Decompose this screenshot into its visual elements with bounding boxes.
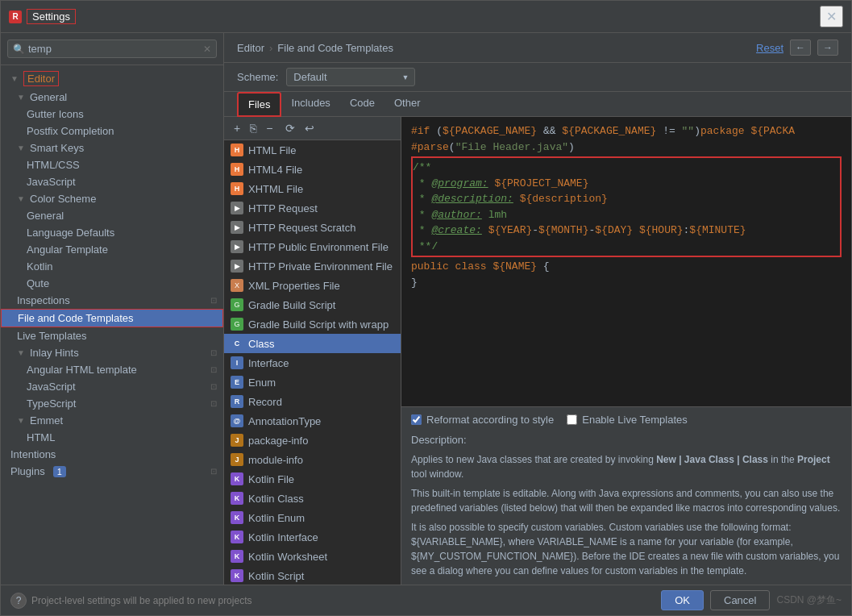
file-item-package-info[interactable]: J package-info — [224, 431, 401, 450]
sidebar-item-plugins[interactable]: Plugins 1 ⊡ — [1, 463, 223, 480]
expand-arrow: ▼ — [17, 194, 25, 203]
desc-bold-project: Project — [797, 454, 830, 465]
main-content: 🔍 ✕ ▼ Editor ▼ General Gutter Icons — [1, 33, 851, 585]
file-item-html4-file[interactable]: H HTML4 File — [224, 160, 401, 179]
enable-live-templates-label[interactable]: Enable Live Templates — [567, 414, 688, 426]
search-input-wrapper[interactable]: 🔍 ✕ — [7, 40, 217, 58]
description-text3: It is also possible to specify custom va… — [411, 520, 842, 578]
sidebar-item-qute[interactable]: Qute — [1, 275, 223, 292]
file-item-label: HTTP Request Scratch — [248, 222, 355, 234]
breadcrumb-editor: Editor — [237, 42, 264, 54]
remove-template-button[interactable]: − — [263, 120, 276, 136]
description-text: Applies to new Java classes that are cre… — [411, 452, 842, 481]
add-template-button[interactable]: + — [231, 120, 243, 136]
highlighted-code-block: /** * @program: ${PROJECT_NAME} * @descr… — [411, 156, 842, 257]
expand-arrow: ▼ — [17, 348, 25, 357]
clear-search-button[interactable]: ✕ — [203, 44, 211, 55]
file-item-html-file[interactable]: H HTML File — [224, 140, 401, 160]
tab-other[interactable]: Other — [384, 92, 430, 116]
forward-button[interactable]: → — [817, 40, 838, 56]
kotlin-enum-icon: K — [231, 511, 243, 524]
sidebar-item-inspections[interactable]: Inspections ⊡ — [1, 292, 223, 309]
file-item-http-public-env[interactable]: ▶ HTTP Public Environment File — [224, 237, 401, 256]
file-item-class[interactable]: C Class — [224, 334, 401, 353]
file-item-kotlin-interface[interactable]: K Kotlin Interface — [224, 527, 401, 547]
sidebar-item-kotlin[interactable]: Kotlin — [1, 258, 223, 275]
file-item-http-private-env[interactable]: ▶ HTTP Private Environment File — [224, 256, 401, 276]
file-item-kotlin-enum[interactable]: K Kotlin Enum — [224, 508, 401, 527]
search-icon: 🔍 — [13, 44, 25, 55]
sidebar-item-language-defaults[interactable]: Language Defaults — [1, 224, 223, 241]
reset-button[interactable]: Reset — [756, 42, 783, 54]
sidebar-item-typescript[interactable]: TypeScript ⊡ — [1, 395, 223, 412]
sidebar-item-inlay-hints[interactable]: ▼ Inlay Hints ⊡ — [1, 344, 223, 361]
close-button[interactable]: ✕ — [820, 6, 843, 27]
enable-live-templates-text: Enable Live Templates — [582, 414, 688, 426]
sidebar-item-angular-html-template[interactable]: Angular HTML template ⊡ — [1, 361, 223, 378]
sidebar-item-live-templates[interactable]: Live Templates — [1, 327, 223, 344]
file-item-kotlin-file[interactable]: K Kotlin File — [224, 469, 401, 489]
code-line-1: #if (${PACKAGE_NAME} && ${PACKAGE_NAME} … — [411, 123, 842, 139]
file-item-enum[interactable]: E Enum — [224, 373, 401, 392]
help-button[interactable]: ? — [10, 593, 27, 609]
http-private-icon: ▶ — [231, 260, 243, 273]
file-item-kotlin-script[interactable]: K Kotlin Script — [224, 566, 401, 585]
scheme-select[interactable]: Default — [286, 68, 415, 86]
search-input[interactable] — [28, 43, 203, 55]
sidebar-item-javascript[interactable]: JavaScript — [1, 173, 223, 190]
cancel-button[interactable]: Cancel — [710, 590, 770, 610]
enable-live-templates-checkbox[interactable] — [567, 414, 577, 425]
sidebar-item-general[interactable]: ▼ General — [1, 89, 223, 106]
description-section: Description: Applies to new Java classes… — [401, 432, 851, 585]
sidebar-item-general2[interactable]: General — [1, 207, 223, 224]
file-item-label: HTML4 File — [248, 164, 302, 176]
file-item-label: module-info — [248, 454, 303, 466]
file-item-record[interactable]: R Record — [224, 392, 401, 411]
tab-includes[interactable]: Includes — [281, 92, 339, 116]
file-item-http-request-scratch[interactable]: ▶ HTTP Request Scratch — [224, 218, 401, 237]
ok-button[interactable]: OK — [661, 590, 704, 610]
sidebar-item-color-scheme[interactable]: ▼ Color Scheme — [1, 190, 223, 207]
undo-template-button[interactable]: ↩ — [301, 120, 318, 136]
file-item-label: Kotlin Enum — [248, 512, 305, 524]
sidebar-item-html[interactable]: HTML — [1, 429, 223, 446]
sidebar-item-angular-template[interactable]: Angular Template — [1, 241, 223, 258]
annotation-icon: @ — [231, 414, 243, 427]
reset-template-button[interactable]: ⟳ — [282, 120, 298, 136]
sidebar-item-emmet[interactable]: ▼ Emmet — [1, 412, 223, 429]
file-item-label: Interface — [248, 357, 289, 369]
file-item-gradle-build[interactable]: G Gradle Build Script — [224, 295, 401, 314]
sidebar-item-editor[interactable]: ▼ Editor — [1, 69, 223, 89]
code-editor-area: #if (${PACKAGE_NAME} && ${PACKAGE_NAME} … — [401, 117, 851, 585]
sidebar-item-gutter-icons[interactable]: Gutter Icons — [1, 106, 223, 123]
file-item-interface[interactable]: I Interface — [224, 353, 401, 373]
file-item-xhtml-file[interactable]: H XHTML File — [224, 179, 401, 198]
sidebar-item-postfix-completion[interactable]: Postfix Completion — [1, 123, 223, 139]
sidebar-item-smart-keys[interactable]: ▼ Smart Keys — [1, 139, 223, 156]
plugins-badge: 1 — [53, 466, 66, 477]
reformat-checkbox[interactable] — [411, 414, 422, 425]
back-button[interactable]: ← — [790, 40, 811, 56]
file-item-xml-properties[interactable]: X XML Properties File — [224, 276, 401, 295]
bottom-right: OK Cancel CSDN @梦鱼~ — [661, 590, 842, 610]
file-item-http-request[interactable]: ▶ HTTP Request — [224, 198, 401, 218]
tab-files[interactable]: Files — [237, 92, 281, 117]
sidebar-item-html-css[interactable]: HTML/CSS — [1, 156, 223, 173]
file-item-gradle-build-wrapper[interactable]: G Gradle Build Script with wrapp — [224, 314, 401, 334]
expand-arrow: ▼ — [17, 144, 25, 152]
search-box: 🔍 ✕ — [1, 33, 223, 65]
reformat-checkbox-label[interactable]: Reformat according to style — [411, 414, 554, 426]
scheme-select-wrapper[interactable]: Default — [286, 68, 415, 86]
file-item-kotlin-class[interactable]: K Kotlin Class — [224, 489, 401, 508]
file-item-kotlin-worksheet[interactable]: K Kotlin Worksheet — [224, 547, 401, 566]
sidebar-item-file-code-templates[interactable]: File and Code Templates — [1, 309, 223, 327]
file-item-module-info[interactable]: J module-info — [224, 450, 401, 469]
bottom-bar: ? Project-level settings will be applied… — [1, 585, 851, 615]
tab-code[interactable]: Code — [340, 92, 384, 116]
file-item-annotation-type[interactable]: @ AnnotationType — [224, 411, 401, 431]
code-editor[interactable]: #if (${PACKAGE_NAME} && ${PACKAGE_NAME} … — [401, 117, 851, 406]
copy-template-button[interactable]: ⎘ — [247, 120, 260, 136]
sidebar-item-intentions[interactable]: Intentions — [1, 446, 223, 463]
sidebar-item-javascript2[interactable]: JavaScript ⊡ — [1, 378, 223, 395]
file-item-label: HTTP Public Environment File — [248, 241, 389, 253]
